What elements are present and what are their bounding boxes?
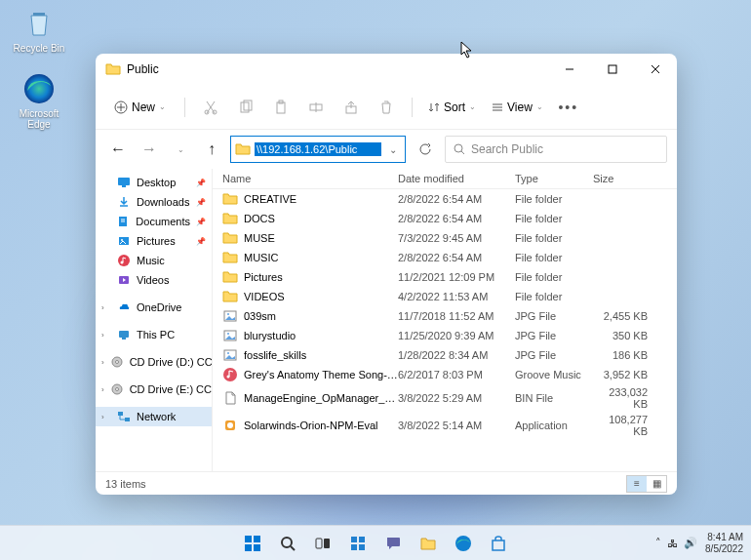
view-icon — [492, 101, 503, 113]
explorer-taskbar-button[interactable] — [413, 528, 444, 559]
svg-rect-40 — [125, 418, 130, 421]
sidebar-item-label: Desktop — [137, 177, 176, 188]
sidebar-item-thispc[interactable]: ›This PC — [96, 325, 212, 344]
column-headers[interactable]: Name Date modified Type Size — [213, 169, 677, 189]
view-button[interactable]: View ⌄ — [486, 97, 549, 118]
chevron-right-icon[interactable]: › — [101, 358, 104, 367]
sidebar-item-label: Network — [137, 411, 176, 422]
details-view-button[interactable]: ≡ — [627, 476, 647, 492]
desktop-icon-recycle-bin[interactable]: Recycle Bin — [8, 6, 70, 54]
volume-icon[interactable]: 🔊 — [684, 537, 697, 549]
network-icon — [117, 410, 131, 423]
downloads-icon — [117, 195, 131, 209]
col-date[interactable]: Date modified — [398, 173, 515, 184]
task-view-button[interactable] — [307, 528, 338, 559]
chevron-down-icon: ⌄ — [159, 102, 166, 111]
recycle-bin-icon — [21, 6, 57, 41]
address-bar[interactable]: \\192.168.1.62\Public ⌄ — [230, 136, 406, 163]
rename-button[interactable] — [300, 92, 332, 123]
taskbar-center — [237, 528, 514, 559]
svg-rect-62 — [359, 544, 365, 550]
toolbar: New ⌄ Sort ⌄ View ⌄ ••• — [96, 85, 677, 130]
file-row[interactable]: CREATIVE2/8/2022 6:54 AMFile folder — [213, 189, 677, 209]
image-icon — [222, 308, 238, 324]
new-button[interactable]: New ⌄ — [105, 96, 175, 119]
recent-locations-button[interactable]: ⌄ — [168, 137, 193, 162]
tray-chevron-icon[interactable]: ˄ — [655, 537, 661, 549]
file-row[interactable]: DOCS2/8/2022 6:54 AMFile folder — [213, 209, 677, 228]
svg-rect-60 — [359, 537, 365, 542]
sidebar-item-downloads[interactable]: Downloads📌 — [96, 192, 212, 212]
chevron-right-icon[interactable]: › — [101, 385, 104, 394]
file-row[interactable]: 039sm11/7/2018 11:52 AMJPG File2,455 KB — [213, 306, 677, 326]
edge-taskbar-button[interactable] — [448, 528, 479, 559]
store-taskbar-button[interactable] — [483, 528, 514, 559]
svg-point-30 — [118, 255, 130, 266]
file-row[interactable]: VIDEOS4/2/2022 11:53 AMFile folder — [213, 287, 677, 306]
desktop-icon-edge[interactable]: Microsoft Edge — [8, 71, 70, 130]
chevron-down-icon[interactable]: ⌄ — [385, 144, 401, 155]
navigation-pane[interactable]: Desktop📌Downloads📌Documents📌Pictures📌Mus… — [96, 169, 213, 471]
sidebar-item-cd[interactable]: ›CD Drive (D:) CCC — [96, 352, 212, 372]
taskbar[interactable]: ˄ 🖧 🔊 8:41 AM 8/5/2022 — [0, 525, 751, 560]
col-name[interactable]: Name — [222, 173, 398, 184]
file-row[interactable]: fosslife_skills1/28/2022 8:34 AMJPG File… — [213, 345, 677, 365]
file-row[interactable]: MUSIC2/8/2022 6:54 AMFile folder — [213, 248, 677, 267]
close-button[interactable] — [634, 54, 677, 85]
sidebar-item-cd[interactable]: ›CD Drive (E:) CCC — [96, 380, 212, 399]
file-row[interactable]: Solarwinds-Orion-NPM-Eval3/8/2022 5:14 A… — [213, 412, 677, 439]
sidebar-item-videos[interactable]: Videos — [96, 270, 212, 290]
svg-rect-39 — [118, 412, 123, 416]
search-box[interactable]: Search Public — [445, 136, 667, 163]
file-type: JPG File — [515, 310, 593, 322]
sidebar-item-onedrive[interactable]: ›OneDrive — [96, 298, 212, 317]
up-button[interactable]: ↑ — [199, 137, 224, 162]
back-button[interactable]: ← — [105, 137, 131, 162]
file-name: blurystudio — [244, 330, 398, 341]
sort-button[interactable]: Sort ⌄ — [422, 97, 482, 118]
folder-icon — [222, 269, 238, 285]
file-date: 6/2/2017 8:03 PM — [398, 369, 515, 380]
sidebar-item-network[interactable]: ›Network — [96, 407, 212, 426]
chevron-right-icon[interactable]: › — [101, 331, 111, 340]
svg-point-47 — [223, 368, 237, 381]
titlebar[interactable]: Public — [96, 54, 677, 85]
file-row[interactable]: blurystudio11/25/2020 9:39 AMJPG File350… — [213, 326, 677, 345]
more-button[interactable]: ••• — [553, 92, 584, 123]
chevron-right-icon[interactable]: › — [101, 413, 111, 421]
col-type[interactable]: Type — [515, 173, 593, 184]
start-button[interactable] — [237, 528, 268, 559]
refresh-button[interactable] — [412, 136, 439, 163]
chat-button[interactable] — [377, 528, 409, 559]
network-icon[interactable]: 🖧 — [667, 538, 678, 549]
maximize-button[interactable] — [591, 54, 634, 85]
sidebar-item-pictures[interactable]: Pictures📌 — [96, 231, 212, 251]
pin-icon: 📌 — [196, 198, 206, 207]
file-row[interactable]: ManageEngine_OpManager_64bit.bin3/8/2022… — [213, 384, 677, 412]
sidebar-item-music[interactable]: Music — [96, 251, 212, 270]
file-date: 3/8/2022 5:14 AM — [398, 420, 515, 431]
chevron-right-icon[interactable]: › — [101, 303, 111, 312]
minimize-button[interactable] — [548, 54, 591, 85]
icons-view-button[interactable]: ▦ — [647, 476, 666, 492]
cd-icon — [110, 382, 124, 396]
forward-button[interactable]: → — [137, 137, 162, 162]
copy-button[interactable] — [230, 92, 261, 123]
sidebar-item-desktop[interactable]: Desktop📌 — [96, 173, 212, 192]
paste-button[interactable] — [265, 92, 296, 123]
file-row[interactable]: MUSE7/3/2022 9:45 AMFile folder — [213, 228, 677, 248]
sidebar-item-documents[interactable]: Documents📌 — [96, 212, 212, 231]
system-tray[interactable]: ˄ 🖧 🔊 8:41 AM 8/5/2022 — [655, 532, 743, 555]
clock[interactable]: 8:41 AM 8/5/2022 — [705, 532, 743, 555]
delete-button[interactable] — [371, 92, 402, 123]
file-list[interactable]: CREATIVE2/8/2022 6:54 AMFile folderDOCS2… — [213, 189, 677, 471]
search-button[interactable] — [272, 528, 303, 559]
file-row[interactable]: Pictures11/2/2021 12:09 PMFile folder — [213, 267, 677, 287]
file-size: 108,277 KB — [593, 414, 667, 437]
widgets-button[interactable] — [342, 528, 374, 559]
cut-button[interactable] — [195, 92, 226, 123]
col-size[interactable]: Size — [593, 173, 667, 184]
file-row[interactable]: Grey's Anatomy Theme Song-BuY5H_IAy...6/… — [213, 365, 677, 384]
sidebar-item-label: CD Drive (D:) CCC — [130, 356, 212, 368]
share-button[interactable] — [336, 92, 367, 123]
